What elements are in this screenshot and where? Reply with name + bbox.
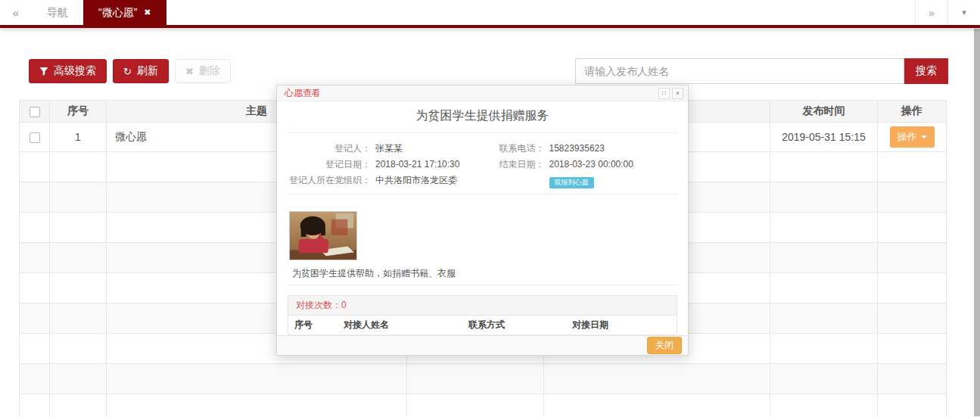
row-action-label: 操作 bbox=[898, 130, 917, 144]
tabs-collapse-button[interactable]: « bbox=[0, 0, 32, 25]
table-cell-empty bbox=[50, 273, 107, 303]
tabs-overflow-button[interactable]: » bbox=[915, 0, 947, 25]
tabs-menu-button[interactable]: ▾ bbox=[947, 0, 980, 25]
table-cell-empty bbox=[407, 364, 544, 394]
dock-col-contact: 联系方式 bbox=[462, 316, 566, 335]
row-action-button[interactable]: 操作 bbox=[890, 126, 935, 148]
table-cell-empty bbox=[20, 273, 50, 303]
table-cell-empty bbox=[770, 394, 878, 417]
toolbar: 高级搜索 ↻ 刷新 ✖ 删除 搜索 bbox=[29, 59, 948, 83]
field-registrant: 登记人： 张某某 bbox=[288, 141, 483, 157]
field-label: 登记日期： bbox=[288, 157, 371, 173]
table-cell-empty bbox=[878, 394, 947, 417]
scrollbar-thumb[interactable] bbox=[974, 29, 980, 416]
field-value: 中共洛阳市洛龙区委 bbox=[375, 173, 457, 188]
divider bbox=[288, 285, 677, 285]
refresh-icon: ↻ bbox=[123, 67, 132, 76]
search-button-label: 搜索 bbox=[916, 64, 937, 78]
table-cell-empty bbox=[20, 303, 50, 334]
close-dialog-button[interactable]: 关闭 bbox=[647, 337, 682, 354]
chevron-double-right-icon: » bbox=[929, 7, 935, 19]
dock-col-date: 对接日期 bbox=[566, 316, 677, 335]
dock-count: 对接次数：0 bbox=[288, 296, 677, 316]
table-cell-empty bbox=[878, 364, 947, 394]
dialog-maximize-button[interactable]: ∷ bbox=[658, 88, 670, 99]
delete-button[interactable]: ✖ 删除 bbox=[175, 59, 231, 83]
field-end-date: 结束日期： 2018-03-23 00:00:00 bbox=[483, 157, 678, 173]
select-all-cell bbox=[20, 101, 50, 123]
dialog-title: 心愿查看 bbox=[285, 87, 321, 100]
col-header-publish-time: 发布时间 bbox=[770, 101, 878, 123]
table-cell-empty bbox=[50, 334, 107, 364]
table-cell-empty bbox=[878, 243, 947, 273]
field-label: 登记人所在党组织： bbox=[288, 173, 371, 188]
dialog-close-button[interactable]: × bbox=[672, 88, 683, 99]
delete-icon: ✖ bbox=[185, 67, 194, 76]
field-label: 结束日期： bbox=[483, 157, 545, 173]
dock-col-name: 对接人姓名 bbox=[338, 316, 462, 335]
search-button[interactable]: 搜索 bbox=[904, 58, 948, 84]
tab-label: “微心愿” bbox=[98, 6, 137, 20]
dock-count-value: 0 bbox=[341, 300, 347, 310]
table-row-empty bbox=[20, 394, 947, 417]
tabbar-controls: » ▾ bbox=[915, 0, 980, 25]
row-checkbox[interactable] bbox=[30, 132, 40, 143]
refresh-button[interactable]: ↻ 刷新 bbox=[113, 59, 169, 83]
field-label: 登记人： bbox=[288, 141, 371, 157]
tab-close-icon[interactable]: ✖ bbox=[144, 8, 151, 17]
row-select-cell bbox=[20, 123, 50, 152]
field-badge: 双报到心愿 bbox=[549, 174, 678, 188]
select-all-checkbox[interactable] bbox=[30, 107, 40, 117]
table-cell-empty bbox=[770, 273, 878, 303]
table-cell-empty bbox=[50, 303, 107, 334]
wish-type-badge: 双报到心愿 bbox=[549, 177, 594, 188]
table-cell-empty bbox=[50, 182, 107, 213]
search-group: 搜索 bbox=[575, 58, 948, 84]
table-cell-empty bbox=[20, 243, 50, 273]
table-cell-empty bbox=[20, 152, 50, 182]
col-header-index: 序号 bbox=[50, 101, 107, 123]
wish-fields: 登记人： 张某某 联系电话： 15823935623 登记日期： 2018-03… bbox=[288, 133, 677, 194]
row-action-cell: 操作 bbox=[878, 123, 947, 152]
advanced-search-label: 高级搜索 bbox=[54, 64, 96, 78]
col-header-action: 操作 bbox=[878, 101, 947, 123]
field-value: 2018-03-23 00:00:00 bbox=[549, 157, 633, 173]
vertical-scrollbar bbox=[974, 28, 980, 417]
chevron-double-left-icon: « bbox=[13, 6, 19, 19]
close-icon: × bbox=[676, 89, 680, 97]
table-row-empty bbox=[20, 364, 947, 394]
dialog-header[interactable]: 心愿查看 ∷ × bbox=[277, 86, 688, 101]
wish-caption: 为贫困学生提供帮助，如捐赠书籍、衣服 bbox=[292, 267, 677, 280]
table-cell-empty bbox=[50, 243, 107, 273]
close-dialog-label: 关闭 bbox=[655, 340, 674, 350]
table-cell-empty bbox=[50, 213, 107, 243]
brand-underline bbox=[0, 25, 980, 28]
dock-count-label: 对接次数： bbox=[296, 300, 341, 310]
tab-micro-wish[interactable]: “微心愿” ✖ bbox=[83, 0, 166, 25]
dialog-footer: 关闭 bbox=[277, 335, 688, 355]
table-cell-empty bbox=[770, 364, 878, 394]
table-cell-empty bbox=[544, 364, 770, 394]
field-value: 15823935623 bbox=[549, 141, 605, 157]
table-cell-empty bbox=[878, 152, 947, 182]
table-cell-empty bbox=[770, 243, 878, 273]
divider bbox=[288, 194, 677, 194]
table-cell-empty bbox=[20, 364, 50, 394]
field-value: 张某某 bbox=[375, 141, 403, 157]
table-cell-empty bbox=[20, 334, 50, 364]
tab-label: 导航 bbox=[47, 6, 68, 20]
tab-navigation[interactable]: 导航 bbox=[32, 0, 83, 25]
tab-bar: « 导航 “微心愿” ✖ » ▾ bbox=[0, 0, 980, 25]
table-cell-empty bbox=[878, 182, 947, 213]
table-cell-empty bbox=[50, 394, 107, 417]
maximize-icon: ∷ bbox=[662, 89, 667, 97]
refresh-label: 刷新 bbox=[137, 64, 158, 78]
table-cell-empty bbox=[107, 394, 407, 417]
table-cell-empty bbox=[544, 394, 770, 417]
filter-icon bbox=[39, 67, 48, 76]
table-cell-empty bbox=[20, 213, 50, 243]
table-cell-empty bbox=[407, 394, 544, 417]
delete-label: 删除 bbox=[199, 64, 220, 78]
search-input[interactable] bbox=[575, 58, 904, 84]
advanced-search-button[interactable]: 高级搜索 bbox=[29, 59, 107, 83]
